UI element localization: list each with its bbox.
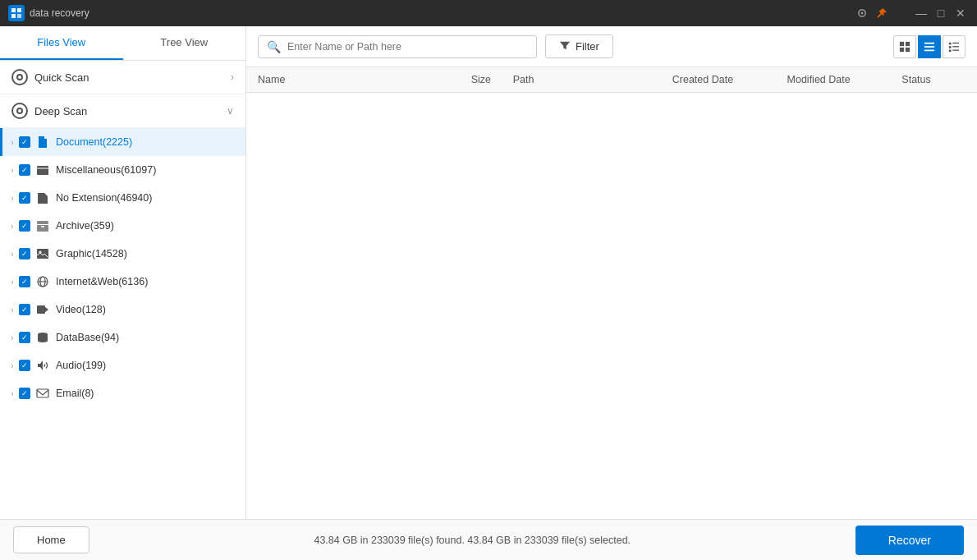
file-item-no-extension[interactable]: ›No Extension(46940) [0,184,245,212]
svg-rect-9 [37,225,48,232]
svg-rect-24 [924,42,934,44]
close-button[interactable]: ✕ [952,5,969,21]
tab-tree-view[interactable]: Tree View [123,26,246,60]
checkbox-video[interactable] [19,304,30,315]
table-header: Name Size Path Created Date Modified Dat… [246,67,977,93]
checkbox-internet-web[interactable] [19,276,30,287]
file-item-video[interactable]: ›Video(128) [0,296,245,324]
email-icon [34,385,51,402]
toolbar: 🔍 Filter [246,26,977,67]
graphic-icon [34,246,51,262]
filter-label: Filter [576,40,599,53]
svg-rect-25 [924,46,934,48]
checkbox-database[interactable] [19,332,30,343]
search-icon: 🔍 [267,40,281,53]
file-item-email[interactable]: ›Email(8) [0,379,245,407]
svg-rect-19 [37,389,48,397]
file-name-database: DataBase(94) [56,332,239,343]
file-name-graphic: Graphic(14528) [56,248,239,259]
search-box[interactable]: 🔍 [258,35,537,58]
file-item-archive[interactable]: ›Archive(359) [0,212,245,240]
svg-rect-3 [17,14,21,18]
quick-scan-section[interactable]: Quick Scan › [0,61,245,94]
checkbox-archive[interactable] [19,220,30,232]
archive-icon [34,218,51,234]
app-title: data recovery [30,7,89,19]
tab-bar: Files View Tree View [0,26,245,61]
chevron-icon-internet-web: › [6,278,19,287]
filter-button[interactable]: Filter [545,34,613,58]
pin-icon[interactable] [874,5,890,21]
svg-rect-27 [949,42,952,44]
view-controls [893,35,966,58]
deep-scan-icon [11,103,28,119]
svg-rect-30 [952,46,959,47]
file-item-audio[interactable]: ›Audio(199) [0,351,245,379]
settings-icon[interactable] [854,5,870,21]
svg-rect-22 [900,47,904,51]
svg-rect-20 [900,41,904,45]
minimize-button[interactable]: — [913,5,929,21]
deep-scan-section[interactable]: Deep Scan ∨ [0,94,245,128]
col-name: Name [258,74,449,85]
chevron-icon-no-extension: › [6,194,19,203]
document-icon [34,134,51,150]
chevron-icon-audio: › [6,361,19,370]
file-item-graphic[interactable]: ›Graphic(14528) [0,240,245,268]
checkbox-document[interactable] [19,136,30,148]
grid-view-button[interactable] [893,35,916,58]
bottom-bar: Home 43.84 GB in 233039 file(s) found. 4… [0,519,977,560]
file-name-email: Email(8) [56,388,239,399]
file-item-database[interactable]: ›DataBase(94) [0,324,245,351]
chevron-icon-document: › [6,138,19,147]
filter-icon [559,39,571,53]
file-name-archive: Archive(359) [56,220,239,232]
file-name-document: Document(2225) [56,136,239,148]
checkbox-no-extension[interactable] [19,192,30,204]
file-name-miscellaneous: Miscellaneous(61097) [56,164,239,176]
file-type-list: ›Document(2225)›Miscellaneous(61097)›No … [0,128,245,519]
file-item-document[interactable]: ›Document(2225) [0,128,245,156]
chevron-icon-email: › [6,389,19,398]
checkbox-miscellaneous[interactable] [19,164,30,176]
sidebar: Files View Tree View Quick Scan › Deep S… [0,26,246,519]
right-panel: 🔍 Filter [246,26,977,519]
recover-button[interactable]: Recover [855,526,964,555]
deep-scan-label: Deep Scan [34,105,227,117]
window-controls: — □ ✕ [854,5,969,21]
search-input[interactable] [287,41,528,53]
svg-rect-2 [11,14,16,18]
home-button[interactable]: Home [13,526,89,553]
file-item-miscellaneous[interactable]: ›Miscellaneous(61097) [0,156,245,184]
col-size: Size [449,74,513,85]
app-logo: data recovery [8,5,89,21]
file-name-video: Video(128) [56,304,239,315]
detail-view-button[interactable] [943,35,966,58]
database-icon [34,329,51,346]
quick-scan-icon [11,69,28,85]
checkbox-graphic[interactable] [19,248,30,259]
maximize-button[interactable]: □ [933,5,949,21]
table-body [246,93,977,519]
chevron-icon-archive: › [6,222,19,231]
svg-rect-0 [11,8,16,12]
video-icon [34,301,51,318]
svg-point-4 [861,12,864,15]
status-text: 43.84 GB in 233039 file(s) found. 43.84 … [89,535,855,546]
svg-rect-28 [952,42,959,43]
tab-files-view[interactable]: Files View [0,26,123,60]
list-view-button[interactable] [918,35,941,58]
chevron-icon-database: › [6,333,19,342]
file-name-audio: Audio(199) [56,360,239,371]
miscellaneous-icon [34,162,51,178]
svg-rect-1 [17,8,21,12]
chevron-icon-miscellaneous: › [6,166,19,175]
checkbox-email[interactable] [19,388,30,399]
quick-scan-arrow: › [231,71,234,83]
file-name-no-extension: No Extension(46940) [56,192,239,204]
file-item-internet-web[interactable]: ›Internet&Web(6136) [0,268,245,296]
chevron-icon-video: › [6,305,19,314]
app-icon [8,5,25,21]
checkbox-audio[interactable] [19,360,30,371]
internet-web-icon [34,273,51,290]
